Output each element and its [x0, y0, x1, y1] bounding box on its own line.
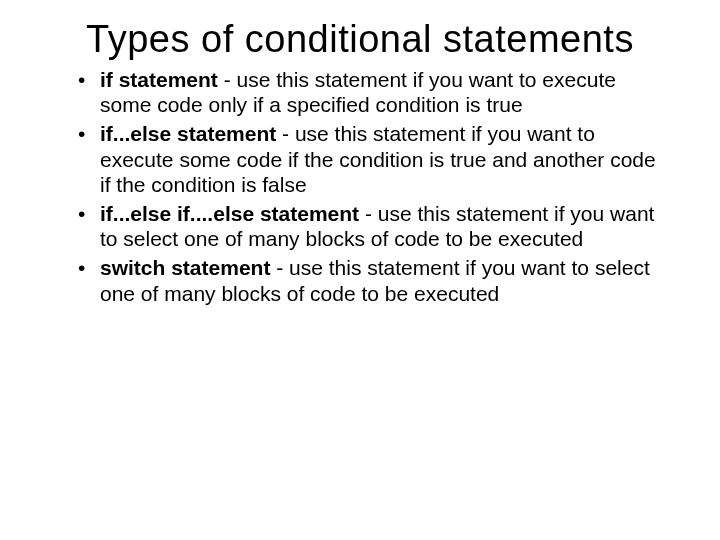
- list-item: if...else statement - use this statement…: [100, 121, 670, 197]
- term: switch statement: [100, 256, 270, 279]
- term: if...else if....else statement: [100, 202, 359, 225]
- term: if statement: [100, 68, 218, 91]
- term: if...else statement: [100, 122, 276, 145]
- slide-title: Types of conditional statements: [50, 18, 670, 61]
- list-item: if statement - use this statement if you…: [100, 67, 670, 117]
- list-item: switch statement - use this statement if…: [100, 255, 670, 305]
- bullet-list: if statement - use this statement if you…: [50, 67, 670, 306]
- list-item: if...else if....else statement - use thi…: [100, 201, 670, 251]
